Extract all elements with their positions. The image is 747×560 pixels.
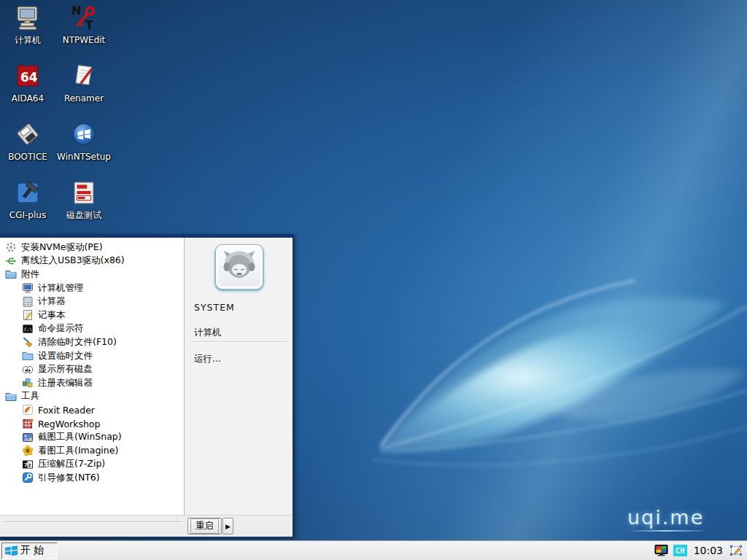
screenshot-tool-tray-icon[interactable] (729, 545, 743, 556)
cmd-icon: C:\ (22, 323, 34, 335)
desktop-screen: uqi.me 计算机NTNTPWEdit64AIDA64RenamerBOOTI… (0, 0, 747, 560)
imagine-icon (22, 445, 34, 456)
desktop-icon-bootice[interactable]: BOOTICE (0, 121, 55, 163)
calculator-icon (22, 296, 34, 308)
computer-icon (15, 4, 41, 31)
folder2-icon (22, 350, 34, 362)
start-menu-item-label: 压缩解压(7-Zip) (38, 458, 105, 470)
desktop-icon-label: 磁盘测试 (66, 210, 101, 220)
start-menu-item-folder-2[interactable]: 附件 (0, 268, 184, 281)
bootice-icon (15, 121, 41, 147)
desktop-icon-disktest[interactable]: 磁盘测试 (56, 179, 112, 221)
eyes-icon (22, 364, 34, 376)
folder-icon (5, 268, 17, 280)
cleanup-icon (22, 336, 34, 348)
right-panel-divider (190, 341, 287, 343)
start-menu-item-label: 附件 (21, 268, 39, 281)
start-menu-item-ntboot-17[interactable]: 引导修复(NT6) (0, 471, 184, 485)
start-menu-item-calculator-4[interactable]: 计算器 (0, 295, 184, 308)
start-menu-item-label: 记事本 (38, 309, 66, 322)
start-menu-item-folder2-8[interactable]: 设置临时文件 (0, 349, 184, 363)
restart-button-label: 重启 (190, 518, 219, 534)
start-menu-item-label: 看图工具(Imagine) (38, 445, 118, 457)
desktop-icon-label: CGI-plus (9, 210, 46, 220)
taskbar-clock: 10:03 (694, 545, 723, 556)
dropdown-arrow-icon: ▶ (225, 523, 231, 530)
svg-text:T: T (85, 18, 93, 31)
svg-text:C:\: C:\ (24, 326, 32, 331)
start-menu-item-folder-11[interactable]: 工具 (0, 390, 184, 404)
registry-icon (22, 377, 34, 389)
start-menu-item-notepad-5[interactable]: 记事本 (0, 308, 184, 322)
start-menu-item-gear-0[interactable]: 安装NVMe驱动(PE) (0, 241, 184, 254)
start-menu-item-label: 计算机管理 (38, 282, 84, 295)
start-menu-item-cleanup-7[interactable]: 清除临时文件(F10) (0, 335, 184, 349)
start-menu-item-label: 离线注入USB3驱动(x86) (21, 254, 125, 267)
start-menu-item-label: 截图工具(WinSnap) (38, 431, 122, 443)
start-button[interactable]: 开始 (1, 542, 58, 559)
start-menu-body: 安装NVMe驱动(PE)离线注入USB3驱动(x86)附件计算机管理计算器记事本… (0, 238, 293, 515)
start-menu-item-monitor-3[interactable]: 计算机管理 (0, 281, 184, 295)
start-menu-item-registry-10[interactable]: 注册表编辑器 (0, 376, 184, 390)
aida64-icon: 64 (15, 63, 41, 89)
start-menu-item-label: 设置临时文件 (38, 350, 93, 362)
menu-item-computer[interactable]: 计算机 (194, 327, 222, 339)
uqi-me-watermark: uqi.me (627, 506, 704, 532)
start-menu-item-label: 显示所有磁盘 (38, 363, 93, 376)
desktop-icon-winntsetup[interactable]: WinNTSetup (56, 121, 112, 163)
restart-button[interactable]: 重启 (187, 518, 222, 534)
desktop-icon-label: NTPWEdit (63, 35, 106, 45)
desktop-icon-aida64[interactable]: 64AIDA64 (0, 63, 55, 104)
start-menu-item-imagine-15[interactable]: 看图工具(Imagine) (0, 444, 184, 458)
start-menu-item-label: Foxit Reader (38, 405, 95, 416)
start-menu-item-label: 工具 (21, 390, 39, 402)
display-settings-tray-icon[interactable] (654, 545, 668, 556)
start-menu-item-usb-1[interactable]: 离线注入USB3驱动(x86) (0, 254, 184, 268)
desktop-icon-ntpwedit[interactable]: NTNTPWEdit (56, 4, 112, 46)
cgiplus-icon (15, 179, 41, 206)
start-menu-item-cmd-6[interactable]: C:\命令提示符 (0, 322, 184, 336)
desktop-icon-label: WinNTSetup (57, 152, 111, 162)
start-menu-item-foxit-12[interactable]: Foxit Reader (0, 403, 184, 417)
renamer-icon (71, 63, 97, 89)
start-menu-item-sevenzip-16[interactable]: 7z压缩解压(7-Zip) (0, 458, 184, 472)
start-menu-item-label: 计算器 (38, 295, 66, 308)
monitor-icon (22, 282, 34, 294)
desktop-icon-label: 计算机 (15, 35, 41, 45)
start-menu-right-panel: SYSTEM 计算机 运行... (185, 238, 293, 515)
svg-text:N: N (71, 4, 81, 18)
start-menu-item-regworkshop-13[interactable]: RegWorkshop (0, 417, 184, 431)
desktop-icon-renamer[interactable]: Renamer (56, 63, 112, 104)
wallpaper-swoosh (328, 262, 747, 514)
start-menu-item-label: 注册表编辑器 (38, 377, 93, 389)
desktop-icon-computer[interactable]: 计算机 (0, 4, 55, 46)
user-avatar (215, 244, 263, 289)
winntsetup-icon (71, 121, 97, 147)
foxit-icon (22, 404, 34, 416)
desktop-icon-label: AIDA64 (12, 93, 44, 104)
disktest-icon (71, 179, 97, 206)
gear-icon (5, 241, 17, 253)
restart-options-button[interactable]: ▶ (222, 518, 233, 534)
start-menu-item-label: 引导修复(NT6) (38, 472, 100, 484)
start-menu-item-label: RegWorkshop (38, 419, 100, 429)
bottom-bar-groove (4, 521, 182, 523)
start-menu: 安装NVMe驱动(PE)离线注入USB3驱动(x86)附件计算机管理计算器记事本… (0, 234, 294, 537)
start-menu-item-eyes-9[interactable]: 显示所有磁盘 (0, 362, 184, 376)
desktop-icon-label: Renamer (64, 93, 104, 104)
svg-text:64: 64 (20, 70, 38, 85)
ntboot-icon (22, 472, 34, 483)
start-menu-item-winsnap-14[interactable]: 截图工具(WinSnap) (0, 430, 184, 444)
desktop-icon-cgiplus[interactable]: CGI-plus (0, 179, 55, 221)
system-tray: CH 10:03 (654, 541, 747, 560)
start-button-label: 开始 (20, 544, 47, 557)
svg-text:z: z (28, 462, 31, 468)
start-menu-item-label: 清除临时文件(F10) (38, 336, 117, 349)
input-language-indicator[interactable]: CH (673, 545, 687, 556)
windows-flag-icon (4, 544, 18, 558)
desktop-icon-label: BOOTICE (8, 152, 47, 162)
start-menu-item-label: 命令提示符 (38, 322, 84, 335)
menu-item-run[interactable]: 运行... (194, 353, 221, 365)
winsnap-icon (22, 432, 34, 443)
start-menu-program-list: 安装NVMe驱动(PE)离线注入USB3驱动(x86)附件计算机管理计算器记事本… (0, 238, 185, 515)
